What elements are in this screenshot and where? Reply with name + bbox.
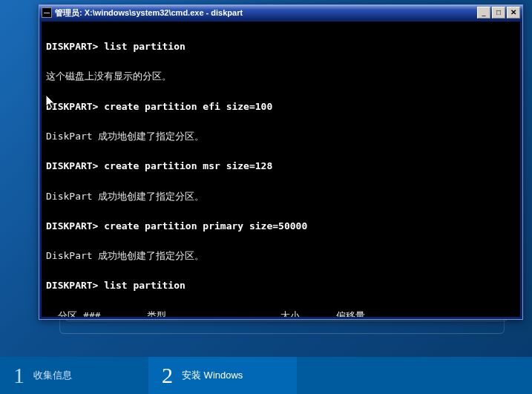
step-collect-info[interactable]: 1 收集信息 (0, 357, 148, 394)
maximize-button[interactable]: □ (492, 7, 505, 19)
step-install-windows[interactable]: 2 安装 Windows (148, 357, 297, 394)
step-number: 2 (162, 363, 173, 388)
prompt: DISKPART> (46, 101, 98, 112)
msg: DiskPart 成功地创建了指定分区。 (46, 250, 204, 261)
step-bar: 1 收集信息 2 安装 Windows (0, 357, 532, 394)
cmd: create partition efi size=100 (104, 101, 272, 112)
step-label: 收集信息 (33, 369, 72, 382)
close-button[interactable]: ✕ (507, 7, 520, 19)
step-number: 1 (13, 363, 24, 388)
msg: DiskPart 成功地创建了指定分区。 (46, 131, 204, 142)
partition-table-header: 分区 ###类型大小偏移量 (46, 309, 516, 317)
console-output[interactable]: DISKPART> list partition 这个磁盘上没有显示的分区。 D… (42, 22, 520, 317)
prompt: DISKPART> (46, 41, 98, 52)
titlebar[interactable]: 管理员: X:\windows\system32\cmd.exe - diskp… (39, 5, 522, 20)
prompt: DISKPART> (46, 160, 98, 171)
window-controls: _ □ ✕ (477, 7, 520, 19)
minimize-button[interactable]: _ (477, 7, 490, 19)
cmd-window: 管理员: X:\windows\system32\cmd.exe - diskp… (39, 4, 523, 320)
cmd: create partition msr size=128 (104, 160, 272, 171)
msg: DiskPart 成功地创建了指定分区。 (46, 191, 204, 202)
msg: 这个磁盘上没有显示的分区。 (46, 70, 171, 82)
window-title: 管理员: X:\windows\system32\cmd.exe - diskp… (55, 7, 477, 19)
prompt: DISKPART> (46, 280, 98, 291)
step-label: 安装 Windows (182, 369, 243, 382)
cmd: list partition (104, 280, 185, 291)
prompt: DISKPART> (46, 220, 98, 232)
cmd-icon (42, 7, 52, 18)
cmd: list partition (104, 41, 185, 52)
cmd: create partition primary size=50000 (104, 220, 307, 232)
